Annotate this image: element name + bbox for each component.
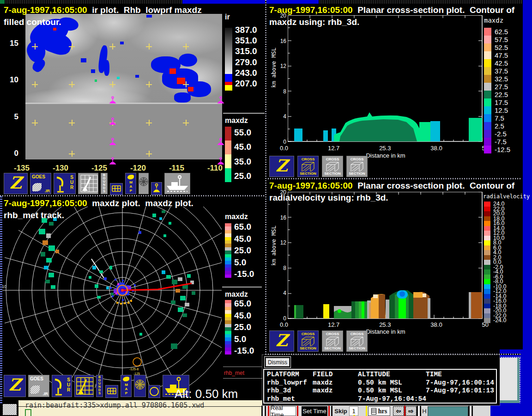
- status-table: PLATFORM FIELD ALTITUDE TIME rhb_lowprf …: [263, 369, 497, 404]
- hours-unit-button[interactable]: hrs: [368, 406, 390, 416]
- zebra-logo-icon: Z: [270, 331, 294, 349]
- cross-section-plot[interactable]: [288, 192, 483, 319]
- cube-icon: [350, 336, 364, 346]
- colorbar-label: radialvelocity: [483, 193, 530, 200]
- radar-echoes: [39, 210, 195, 349]
- terminal-window[interactable]: rain:beaufait:335>xdump.all 970806.1605.…: [18, 399, 262, 416]
- scrollbar-corner[interactable]: [0, 402, 18, 416]
- cross-section-button[interactable]: CROSS SECTION: [346, 156, 368, 177]
- y-axis-labels: 201612840: [274, 189, 286, 322]
- step-forward-button[interactable]: ⇨: [405, 406, 417, 416]
- title-timestamp: 7-aug-1997,16:05:00: [269, 5, 353, 15]
- dismiss-button[interactable]: Dismiss: [266, 358, 290, 367]
- top-strip-blue: [182, 0, 319, 4]
- x-axis-labels: 0.012.725.338.050: [280, 321, 489, 328]
- set-time-button[interactable]: Set Time: [302, 406, 327, 416]
- colorbar-entries: 24.022.020.018.016.014.012.010.08.06.04.…: [484, 202, 507, 323]
- panel-xsec-maxdz: 7-aug-1997,16:05:00 Planar cross-section…: [268, 4, 521, 178]
- panel-title: 7-aug-1997,16:05:00 ir plot. Rhb_lowprf …: [4, 5, 202, 15]
- cross-section-button[interactable]: CROSS SECTION: [322, 156, 343, 177]
- surveillance-radar-button[interactable]: SUR: [52, 375, 72, 397]
- section-label: SECTION: [300, 171, 316, 176]
- dismiss-frame: Dismiss: [264, 356, 291, 368]
- cross-section-button[interactable]: CROSS SECTION: [322, 330, 343, 352]
- colorbar-label: maxdz: [225, 213, 248, 221]
- ppi-display[interactable]: -125-8 -125: [1, 207, 222, 388]
- top-strip-green: [0, 0, 5, 4]
- xsec-toolbar: Z CROSS SECTION CROSS SECTION CROSS SECT…: [269, 330, 368, 352]
- title-timestamp: 7-aug-1997,16:05:00: [4, 5, 87, 15]
- cross-label: CROSS: [351, 157, 363, 161]
- range-label: 10: [2, 284, 6, 289]
- grid-radar-icon: [75, 375, 93, 397]
- partial-label: H: [421, 406, 428, 416]
- zebra-logo-icon: Z: [4, 375, 25, 394]
- velocity-echoes: [294, 290, 482, 319]
- col-field: FIELD: [313, 371, 358, 379]
- panel-ppi: -125-8 -125 7-aug-1997,16:05:00 maxdz pl…: [0, 196, 265, 404]
- history-scrollbar[interactable]: [428, 406, 468, 416]
- bounds-button[interactable]: BOUNDS: [96, 375, 103, 397]
- skip-button[interactable]: Skip: [332, 406, 349, 416]
- zebra-home-button[interactable]: Z: [269, 330, 294, 352]
- table-rows: rhb_lowprf maxdz 0.50 km MSL 7-Aug-97,16…: [267, 379, 496, 404]
- section-label: SECTION: [324, 346, 341, 350]
- cross-section-button[interactable]: CROSS SECTION: [346, 330, 368, 352]
- table-row: rhb_met 7-Aug-97,16:04:54: [267, 395, 496, 404]
- background-window[interactable]: [500, 358, 520, 404]
- zebra-home-button[interactable]: Z: [4, 375, 26, 397]
- stripe: [298, 406, 301, 416]
- document-icon: [371, 408, 376, 415]
- range-rings-icon: [134, 375, 145, 397]
- panel-title-line2: filled contour.: [4, 17, 61, 27]
- radar-origin-dot: [121, 289, 124, 292]
- col-altitude: ALTITUDE: [358, 371, 426, 379]
- section-label: SECTION: [324, 171, 341, 176]
- colorbar-label2: maxdz: [225, 290, 248, 299]
- col-platform: PLATFORM: [267, 371, 313, 379]
- colorbar-values2: 65.045.025.05.0-15.0: [234, 299, 263, 356]
- small-grid-icon: [106, 385, 118, 398]
- circle-overlay-button[interactable]: [148, 385, 160, 398]
- cross-section-plot[interactable]: [288, 15, 483, 142]
- title-text: Planar cross-section plot. Contour of: [353, 181, 514, 190]
- panel-title-line2: radialvelocity using: rhb_3d.: [269, 193, 388, 203]
- title-text: maxdz plot. maxdz plot.: [87, 198, 193, 208]
- cross-label: CROSS: [302, 157, 314, 161]
- title-text: ir plot. Rhb_lowprf maxdz: [87, 5, 202, 15]
- real-time-button[interactable]: Real Time: [270, 406, 296, 416]
- window-divider: [268, 178, 521, 179]
- cross-label: CROSS: [302, 332, 314, 336]
- cube-icon: [301, 336, 315, 346]
- stripe: [268, 406, 269, 416]
- map-label: MAP: [124, 383, 128, 395]
- cross-section-button-active[interactable]: CROSS SECTION: [297, 156, 319, 177]
- data-status-window: Dismiss PLATFORM FIELD ALTITUDE TIME rhb…: [262, 355, 500, 405]
- stripe: [366, 406, 367, 416]
- radar-grid-button[interactable]: [74, 375, 94, 397]
- range-rings-button[interactable]: [134, 375, 146, 397]
- goes-ir-button[interactable]: GOES .IR: [28, 375, 49, 397]
- window-divider: [265, 0, 266, 405]
- cube-icon: [350, 161, 364, 171]
- colorbar-segments2: [225, 300, 231, 355]
- stripe: [358, 406, 366, 416]
- time-control-bar: Real Time Set Time Skip 1 hrs ⇦ ⇨ H: [261, 405, 490, 416]
- scrollbar-thumb[interactable]: [3, 404, 17, 415]
- cross-label: CROSS: [351, 332, 363, 336]
- cross-section-button-active[interactable]: CROSS SECTION: [297, 330, 319, 352]
- step-back-button[interactable]: ⇦: [393, 406, 404, 416]
- grid-overlay-button[interactable]: [105, 385, 118, 398]
- section-label: SECTION: [300, 346, 316, 350]
- col-time: TIME: [426, 371, 502, 379]
- zebra-home-button[interactable]: Z: [269, 156, 294, 177]
- sur-label: SUR: [66, 377, 71, 392]
- zebra-logo-icon: Z: [270, 156, 294, 175]
- table-row: rhb_lowprf maxdz 0.50 km MSL 7-Aug-97,16…: [267, 379, 496, 387]
- panel-title-line2: maxdz using: rhb_3d.: [269, 17, 359, 27]
- terminal-prompt-line: rain:beaufait:335>xdump.all 970806.1605.…: [25, 401, 204, 410]
- cross-label: CROSS: [326, 157, 339, 161]
- radar-dish-icon: [53, 376, 65, 397]
- buoy-markers: [0, 4, 265, 196]
- map-button[interactable]: MAP: [121, 375, 132, 397]
